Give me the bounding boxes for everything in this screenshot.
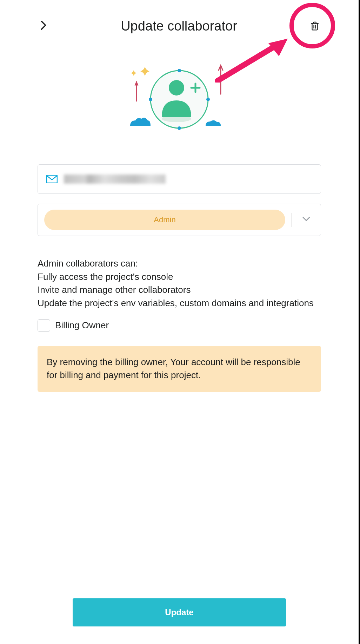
footer: Update <box>73 598 286 626</box>
desc-line1: Fully access the project's console <box>38 270 321 284</box>
desc-line3: Update the project's env variables, cust… <box>38 297 321 310</box>
chevron-down-icon <box>302 217 310 222</box>
desc-line2: Invite and manage other collaborators <box>38 283 321 297</box>
role-select[interactable]: Admin <box>38 204 321 236</box>
email-field[interactable] <box>38 164 321 194</box>
back-button[interactable] <box>38 18 49 34</box>
email-value-redacted <box>64 175 166 184</box>
role-pill: Admin <box>44 210 285 230</box>
chevron-right-icon <box>40 20 47 30</box>
add-user-illustration <box>38 63 321 136</box>
billing-owner-label: Billing Owner <box>55 320 109 331</box>
billing-owner-row: Billing Owner <box>38 319 321 332</box>
role-description: Admin collaborators can: Fully access th… <box>38 257 321 310</box>
divider <box>292 213 292 227</box>
svg-point-4 <box>149 98 152 101</box>
delete-button[interactable] <box>308 20 321 32</box>
billing-warning: By removing the billing owner, Your acco… <box>38 346 321 392</box>
svg-point-6 <box>169 80 184 96</box>
svg-point-2 <box>178 69 181 72</box>
svg-point-5 <box>206 98 210 101</box>
billing-owner-checkbox[interactable] <box>38 319 50 332</box>
svg-marker-0 <box>268 39 288 56</box>
svg-point-3 <box>178 126 181 130</box>
role-dropdown-toggle[interactable] <box>298 217 314 223</box>
page-title: Update collaborator <box>49 19 308 34</box>
email-icon <box>46 175 58 183</box>
page-header: Update collaborator <box>38 18 321 34</box>
update-button[interactable]: Update <box>73 598 286 626</box>
trash-icon <box>309 21 320 31</box>
desc-intro: Admin collaborators can: <box>38 257 321 270</box>
